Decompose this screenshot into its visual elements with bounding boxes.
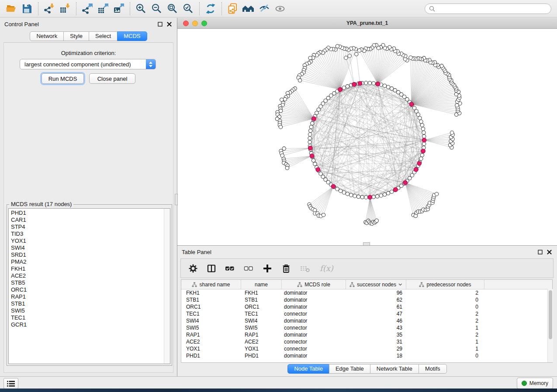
mcds-hub-node[interactable]: [338, 88, 343, 92]
mcds-result-item[interactable]: SWI4: [9, 244, 170, 251]
network-node[interactable]: [346, 192, 349, 196]
search-field[interactable]: [425, 3, 551, 14]
mcds-hub-node[interactable]: [403, 181, 408, 185]
table-row[interactable]: RAP1RAP1dominator352: [181, 331, 552, 338]
network-node[interactable]: [379, 194, 383, 197]
mcds-result-item[interactable]: YOX1: [9, 237, 170, 244]
network-node[interactable]: [364, 81, 368, 85]
mcds-result-item[interactable]: SRD1: [9, 251, 170, 258]
mcds-hub-node[interactable]: [376, 82, 380, 86]
network-node[interactable]: [364, 196, 368, 199]
tab-edge-table[interactable]: Edge Table: [329, 364, 370, 374]
network-node[interactable]: [397, 90, 400, 94]
criterion-dropdown[interactable]: largest connected component (undirected): [20, 59, 156, 69]
vertical-splitter-handle[interactable]: [175, 194, 178, 205]
network-node[interactable]: [342, 86, 346, 89]
network-node[interactable]: [308, 56, 312, 60]
network-node[interactable]: [315, 111, 318, 115]
column-header-name[interactable]: name: [241, 280, 282, 289]
tab-node-table[interactable]: Node Table: [287, 364, 329, 374]
table-row[interactable]: SWI4SWI4dominator462: [181, 317, 552, 324]
table-row[interactable]: SWI5SWI5connector431: [181, 324, 552, 331]
deselect-all-button[interactable]: [244, 264, 253, 273]
mcds-result-item[interactable]: TID3: [9, 230, 170, 237]
mcds-result-item[interactable]: PHD1: [9, 210, 170, 217]
zoom-out-button[interactable]: [149, 2, 165, 16]
tab-motifs[interactable]: Motifs: [419, 364, 447, 374]
mcds-list-scrollbar[interactable]: [164, 209, 170, 364]
network-node[interactable]: [322, 213, 325, 217]
network-node[interactable]: [346, 85, 349, 88]
export-image-button[interactable]: [111, 2, 127, 16]
table-scrollbar[interactable]: [547, 289, 553, 362]
mcds-hub-node[interactable]: [312, 117, 316, 121]
tab-mcds[interactable]: MCDS: [117, 31, 147, 41]
network-node[interactable]: [393, 89, 397, 92]
export-table-button[interactable]: [95, 2, 111, 16]
import-table-button[interactable]: [57, 2, 73, 16]
network-node[interactable]: [355, 52, 358, 56]
network-node[interactable]: [372, 82, 375, 85]
network-node[interactable]: [415, 110, 418, 113]
mcds-hub-node[interactable]: [394, 188, 398, 192]
network-node[interactable]: [422, 142, 426, 146]
search-input[interactable]: [437, 5, 551, 12]
mcds-hub-node[interactable]: [316, 168, 320, 172]
mcds-hub-node[interactable]: [310, 154, 314, 158]
memory-button[interactable]: Memory: [517, 378, 553, 389]
mcds-result-item[interactable]: ORC1: [9, 286, 170, 293]
network-node[interactable]: [311, 121, 314, 125]
show-column-panel-button[interactable]: [207, 264, 216, 273]
network-view-canvas[interactable]: [177, 29, 557, 245]
network-node[interactable]: [317, 108, 320, 111]
tab-style[interactable]: Style: [63, 31, 89, 41]
tab-network[interactable]: Network: [30, 31, 64, 41]
close-panel-button[interactable]: Close panel: [89, 73, 135, 84]
network-node[interactable]: [308, 137, 311, 140]
network-node[interactable]: [409, 56, 412, 59]
table-row[interactable]: ORC1ORC1dominator610: [181, 303, 552, 310]
table-row[interactable]: YOX1YOX1connector291: [181, 345, 552, 352]
network-node[interactable]: [357, 49, 361, 52]
select-all-button[interactable]: [225, 264, 235, 273]
network-node[interactable]: [416, 113, 420, 116]
network-node[interactable]: [383, 84, 386, 87]
network-node[interactable]: [308, 140, 311, 144]
network-node[interactable]: [386, 85, 390, 89]
network-node[interactable]: [339, 189, 342, 193]
network-node[interactable]: [419, 120, 423, 123]
hide-display-button[interactable]: [256, 2, 272, 16]
mcds-result-item[interactable]: STB5: [9, 279, 170, 286]
open-file-button[interactable]: [3, 2, 19, 16]
mcds-result-item[interactable]: PMA2: [9, 258, 170, 265]
close-panel-icon[interactable]: [547, 250, 552, 254]
mcds-hub-node[interactable]: [414, 168, 419, 172]
table-row[interactable]: ACE2ACE2connector311: [181, 338, 552, 345]
table-row[interactable]: TEC1TEC1connector472: [181, 310, 552, 317]
import-network-button[interactable]: [42, 2, 57, 16]
tab-select[interactable]: Select: [89, 31, 118, 41]
network-node[interactable]: [348, 54, 351, 58]
show-display-button[interactable]: [272, 2, 288, 16]
network-node[interactable]: [285, 166, 289, 170]
tab-network-table[interactable]: Network Table: [370, 364, 419, 374]
mcds-hub-node[interactable]: [422, 138, 426, 142]
network-node[interactable]: [390, 87, 393, 90]
export-network-button[interactable]: [80, 2, 95, 16]
mcds-hub-node[interactable]: [409, 102, 414, 107]
network-window-titlebar[interactable]: YPA_prune.txt_1: [177, 18, 557, 29]
show-home-button[interactable]: [241, 2, 256, 16]
network-node[interactable]: [356, 195, 360, 198]
node-table[interactable]: shared name name MCDS role successor nod…: [181, 279, 553, 363]
network-node[interactable]: [420, 153, 424, 157]
mcds-result-item[interactable]: GCR1: [9, 321, 170, 328]
network-node[interactable]: [279, 125, 282, 129]
network-node[interactable]: [313, 162, 317, 165]
mcds-result-list[interactable]: PHD1CAR1STP4TID3YOX1SWI4SRD1PMA2FKH1ACE2…: [8, 208, 170, 364]
mcds-result-item[interactable]: STB1: [9, 300, 170, 307]
network-node[interactable]: [282, 147, 286, 150]
delete-column-button[interactable]: [281, 264, 291, 273]
network-node[interactable]: [349, 193, 353, 197]
float-panel-icon[interactable]: [158, 22, 163, 27]
mcds-hub-node[interactable]: [417, 162, 422, 166]
